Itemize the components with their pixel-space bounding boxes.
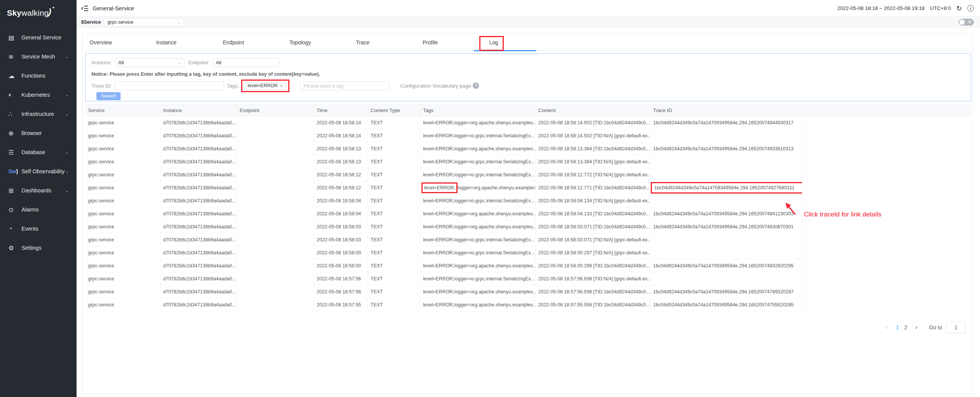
tab-endpoint[interactable]: Endpoint <box>223 39 289 46</box>
cell-instance: d70782b8c2d347138b9a4aada0... <box>160 207 237 220</box>
sidebar-item-database[interactable]: ☰Database⌄ <box>0 143 77 162</box>
page-number-2[interactable]: 2 <box>902 324 910 330</box>
cell-trace-id <box>650 272 802 285</box>
helm-wheel-icon: ◐ <box>8 91 21 98</box>
cell-time: 2022-05-08 18:58:03 <box>314 233 368 246</box>
chevron-down-icon: ⌄ <box>65 169 71 174</box>
trace-id-link[interactable]: 1bc04d9244d349c0a74a14709349584e.294.165… <box>653 263 794 268</box>
annotation-note: Click traceId for link details <box>804 211 881 218</box>
trace-id-link-red-highlight-box[interactable]: 1bc04d9244d349c0a74a14709349584e.294.165… <box>651 182 802 194</box>
sidebar-item-label: Settings <box>21 245 71 251</box>
cell-trace-id: 1bc04d9244d349c0a74a14709349584e.294.165… <box>650 207 802 220</box>
sidebar-item-browser[interactable]: ⊕Browser <box>0 124 77 143</box>
sidebar-item-events[interactable]: ◔Events <box>0 219 77 238</box>
cell-tags: level=ERROR,logger=org.apache.shenyu.exa… <box>420 259 536 272</box>
cell-service: grpc-service <box>85 116 160 129</box>
service-select[interactable]: grpc-service ⌄ <box>104 18 184 26</box>
trace-id-link[interactable]: 1bc04d9244d349c0a74a14709349584e.294.165… <box>653 146 794 151</box>
tag-chip-red-highlight-box: level=ERROR × <box>241 80 289 92</box>
sidebar-item-service-mesh[interactable]: ≋Service Mesh⌄ <box>0 47 77 66</box>
version-toggle[interactable]: V <box>959 19 974 26</box>
table-row: grpc-serviced70782b8c2d347138b9a4aada0..… <box>85 285 971 298</box>
cell-content-type: TEXT <box>368 246 420 259</box>
cell-content-type: TEXT <box>368 142 420 155</box>
sidebar-item-self-observability[interactable]: Sw)Self Observability⌄ <box>0 162 77 181</box>
cell-tags: level=ERROR,logger=io.grpc.internal.Seri… <box>420 246 536 259</box>
tag-chip-close-icon[interactable]: × <box>280 83 283 89</box>
cell-trace-id: 1bc04d9244d349c0a74a14709349584e.294.165… <box>650 181 802 194</box>
cell-content-type: TEXT <box>368 129 420 142</box>
cell-instance: d70782b8c2d347138b9a4aada0... <box>160 285 237 298</box>
tags-red-highlight-box: level=ERROR, <box>421 182 457 193</box>
cell-endpoint <box>237 168 314 181</box>
service-variable-label: $Service <box>81 20 101 25</box>
cell-service: grpc-service <box>85 194 160 207</box>
trace-id-link[interactable]: 1bc04d9244d349c0a74a14709349584e.294.165… <box>653 289 794 294</box>
refresh-icon[interactable]: ↻ <box>956 5 962 12</box>
tab-instance[interactable]: Instance <box>156 39 223 46</box>
column-header-time: Time <box>314 105 368 116</box>
filter-notice: Notice: Please press Enter after inputti… <box>91 71 320 77</box>
sidebar-item-label: Dashboards <box>21 187 65 194</box>
tab-overview[interactable]: Overview <box>90 39 156 46</box>
time-range[interactable]: 2022-05-08 18:18 ~ 2022-05-08 19:18 <box>837 5 925 11</box>
sidebar-item-settings[interactable]: ⚙Settings <box>0 238 77 257</box>
cell-content: 2022-05-08 18:58:14.502 [TID:1bc04d9244d… <box>536 116 650 129</box>
sidebar-item-label: General Service <box>21 34 71 41</box>
cloud-icon: ☁ <box>8 72 21 80</box>
cell-tags: level=ERROR,logger=io.grpc.internal.Seri… <box>420 129 536 142</box>
cell-endpoint <box>237 272 314 285</box>
cell-instance: d70782b8c2d347138b9a4aada0... <box>160 116 237 129</box>
cell-time: 2022-05-08 18:58:13 <box>314 142 368 155</box>
cell-time: 2022-05-08 18:58:14 <box>314 129 368 142</box>
cell-endpoint <box>237 259 314 272</box>
prev-page-arrow[interactable]: ‹ <box>884 324 890 331</box>
topbar-right: 2022-05-08 18:18 ~ 2022-05-08 19:18 UTC+… <box>837 5 974 12</box>
tab-trace[interactable]: Trace <box>356 39 423 46</box>
column-header-tags: Tags <box>420 105 536 116</box>
sidebar-item-alarms[interactable]: ⊙Alarms <box>0 200 77 219</box>
cell-service: grpc-service <box>85 207 160 220</box>
sidebar-item-dashboards[interactable]: ⊞Dashboards⌄ <box>0 181 77 200</box>
endpoint-filter-label: Endpoint: <box>188 60 209 65</box>
info-icon[interactable]: i <box>967 5 974 11</box>
cell-endpoint <box>237 233 314 246</box>
tag-input[interactable] <box>300 81 390 90</box>
search-button[interactable]: Search <box>96 92 121 100</box>
cell-trace-id: 1bc04d9244d349c0a74a14709349584e.294.165… <box>650 285 802 298</box>
vocabulary-page-link[interactable]: Configuration Vocabulary page ? <box>400 83 479 89</box>
table-row: grpc-serviced70782b8c2d347138b9a4aada0..… <box>85 233 971 246</box>
sidebar-item-label: Kubernetes <box>21 92 65 98</box>
cell-instance: d70782b8c2d347138b9a4aada0... <box>160 155 237 168</box>
page-number-1[interactable]: 1 <box>893 324 902 330</box>
table-header-row: ServiceInstanceEndpointTimeContent TypeT… <box>85 104 971 116</box>
tag-chip-text: level=ERROR <box>248 83 278 88</box>
trace-id-input[interactable] <box>115 81 224 90</box>
topbar: General-Service 2022-05-08 18:18 ~ 2022-… <box>77 0 980 17</box>
page-title: General-Service <box>93 5 837 11</box>
trace-id-link[interactable]: 1bc04d9244d349c0a74a14709349584e.294.165… <box>653 302 794 308</box>
next-page-arrow[interactable]: › <box>914 324 919 331</box>
trace-id-link[interactable]: 1bc04d9244d349c0a74a14709349584e.294.165… <box>653 120 794 125</box>
menu-fold-icon[interactable] <box>81 5 89 12</box>
cell-content: 2022-05-08 18:58:14.502 [TID:N/A] [grpc-… <box>536 129 650 142</box>
timezone[interactable]: UTC+8:0 <box>930 5 951 11</box>
table-row: grpc-serviced70782b8c2d347138b9a4aada0..… <box>85 129 971 142</box>
sidebar-item-kubernetes[interactable]: ◐Kubernetes⌄ <box>0 85 77 104</box>
sidebar-item-general-service[interactable]: ▤General Service <box>0 28 77 47</box>
skywalking-sw-icon: Sw) <box>8 168 21 174</box>
trace-id-link[interactable]: 1bc04d9244d349c0a74a14709349584e.294.165… <box>653 224 794 229</box>
tag-chip[interactable]: level=ERROR × <box>245 82 286 90</box>
goto-page-input[interactable] <box>946 322 966 333</box>
trace-id-link[interactable]: 1bc04d9244d349c0a74a14709349584e.294.165… <box>653 211 794 216</box>
cell-time: 2022-05-08 18:58:04 <box>314 194 368 207</box>
column-header-trace-id: Trace ID <box>650 105 802 116</box>
cell-tags: level=ERROR,logger=org.apache.shenyu.exa… <box>420 285 536 298</box>
tab-topology[interactable]: Topology <box>289 39 356 46</box>
endpoint-input[interactable] <box>212 58 279 67</box>
column-header-service: Service <box>85 105 160 116</box>
stack-icon: ☰ <box>8 149 21 156</box>
instance-select[interactable]: All ⌄ <box>115 58 185 67</box>
sidebar-item-functions[interactable]: ☁Functions <box>0 66 77 85</box>
sidebar-item-infrastructure[interactable]: ∴Infrastructure⌄ <box>0 104 77 124</box>
